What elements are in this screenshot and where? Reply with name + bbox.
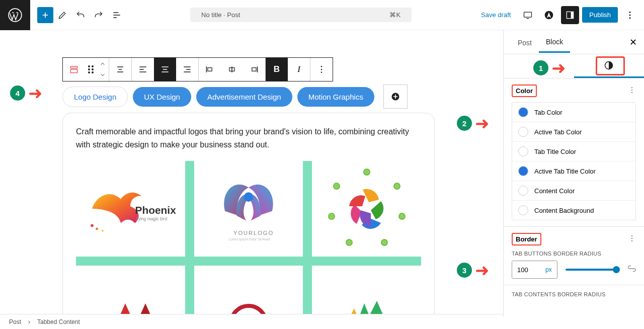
svg-point-37 [631, 92, 632, 93]
save-draft-button[interactable]: Save draft [476, 8, 516, 22]
italic-icon[interactable]: I [288, 58, 310, 81]
block-toolbar: B I [62, 57, 333, 81]
logo-grid: Phoenix flying magic bird [76, 161, 421, 317]
border-radius-slider[interactable] [566, 269, 620, 271]
tab-motion-graphics[interactable]: Motion Graphics [297, 87, 374, 107]
svg-point-35 [631, 87, 632, 88]
border-radius-input[interactable]: px [512, 261, 557, 279]
svg-point-40 [631, 240, 632, 241]
more-block-options-icon[interactable] [310, 58, 333, 81]
edit-tool-icon[interactable] [53, 6, 71, 24]
logo-image-5 [194, 266, 303, 317]
justify-left-icon[interactable] [199, 58, 221, 81]
breadcrumb-post[interactable]: Post [9, 318, 21, 325]
bold-icon[interactable]: B [266, 58, 288, 81]
border-section-menu-icon[interactable] [628, 234, 636, 244]
block-settings-subtabs [504, 54, 644, 78]
color-active-tab-title-color[interactable]: Active Tab Title Color [512, 161, 635, 181]
svg-point-36 [631, 90, 632, 91]
svg-point-6 [629, 14, 631, 16]
editor-canvas: B I Logo Design UX Design Advertisement … [0, 30, 503, 317]
logo-image-2: YOURLOGO Lorem Ipsum Dolor Sit Amet [194, 161, 303, 257]
svg-rect-33 [535, 66, 542, 70]
link-sides-icon[interactable] [628, 265, 636, 275]
redo-icon[interactable] [90, 6, 108, 24]
undo-icon[interactable] [71, 6, 90, 24]
document-title-bar[interactable]: No title · Post ⌘K [126, 8, 476, 22]
tab-advertisement-design[interactable]: Advertisement Design [196, 87, 292, 107]
breadcrumb-tabbed-content[interactable]: Tabbed Content [37, 318, 80, 325]
publish-button[interactable]: Publish [582, 7, 618, 23]
svg-point-38 [631, 235, 632, 236]
align-right-icon[interactable] [176, 58, 198, 81]
breadcrumb: Post › Tabbed Content [0, 314, 503, 329]
top-toolbar: No title · Post ⌘K Save draft Publish [0, 0, 644, 30]
chevron-right-icon: › [28, 318, 30, 325]
svg-rect-10 [208, 68, 212, 71]
logo-image-1: Phoenix flying magic bird [76, 161, 185, 257]
svg-point-39 [631, 238, 632, 239]
border-radius-label: TAB BUTTONS BORDER RADIUS [512, 251, 636, 257]
settings-sidebar: Post Block ✕ Color Tab Color Active Tab … [503, 30, 644, 317]
svg-text:Lorem Ipsum Dolor Sit Amet: Lorem Ipsum Dolor Sit Amet [229, 237, 270, 241]
border-radius-value[interactable] [512, 261, 540, 278]
astra-icon[interactable] [540, 6, 558, 24]
document-title: No title · Post [201, 11, 240, 19]
block-type-icon[interactable] [63, 58, 85, 81]
tab-content-panel[interactable]: Craft memorable and impactful logos that… [62, 113, 435, 317]
svg-point-5 [629, 11, 631, 13]
tab-ux-design[interactable]: UX Design [133, 87, 191, 107]
border-content-radius-label: TAB CONTENTS BORDER RADIUS [512, 291, 636, 297]
svg-point-29 [346, 239, 352, 245]
color-active-tab-color[interactable]: Active Tab Color [512, 122, 635, 142]
subtab-styles-icon[interactable] [574, 54, 645, 78]
svg-point-22 [244, 192, 254, 202]
wordpress-logo[interactable] [0, 0, 30, 30]
sidebar-tab-block[interactable]: Block [539, 31, 570, 53]
move-up-down[interactable] [97, 58, 109, 81]
subtab-general-icon[interactable] [504, 54, 574, 78]
svg-text:flying magic bird: flying magic bird [136, 216, 168, 221]
svg-rect-4 [571, 12, 574, 18]
preview-icon[interactable] [519, 6, 537, 24]
align-center-icon[interactable] [154, 58, 176, 81]
close-sidebar-icon[interactable]: ✕ [629, 37, 637, 48]
keyboard-shortcut: ⌘K [389, 11, 400, 19]
section-title-color: Color [512, 85, 537, 97]
border-radius-unit[interactable]: px [540, 261, 557, 278]
svg-point-18 [96, 228, 98, 230]
add-block-button[interactable] [37, 7, 53, 23]
svg-point-27 [399, 213, 405, 219]
svg-rect-1 [524, 12, 532, 17]
color-content-background[interactable]: Content Background [512, 201, 635, 220]
tab-description: Craft memorable and impactful logos that… [76, 125, 421, 151]
justify-center-icon[interactable] [221, 58, 243, 81]
svg-point-7 [629, 17, 631, 19]
align-left-icon[interactable] [132, 58, 154, 81]
svg-rect-32 [535, 63, 542, 65]
color-tab-title-color[interactable]: Tab Title Color [512, 142, 635, 161]
color-tab-color[interactable]: Tab Color [512, 103, 635, 122]
svg-rect-9 [70, 69, 77, 73]
settings-sidebar-toggle[interactable] [561, 6, 579, 24]
svg-point-13 [321, 66, 323, 67]
svg-point-31 [334, 183, 340, 189]
svg-point-17 [91, 224, 94, 227]
svg-point-15 [321, 72, 323, 73]
drag-handle[interactable] [85, 58, 97, 81]
svg-text:Phoenix: Phoenix [135, 204, 177, 216]
svg-text:YOURLOGO: YOURLOGO [233, 230, 274, 236]
color-section-menu-icon[interactable] [628, 86, 636, 96]
sidebar-tab-post[interactable]: Post [511, 32, 539, 52]
add-tab-button[interactable] [383, 85, 408, 109]
align-icon[interactable] [109, 58, 131, 81]
list-view-icon[interactable] [108, 6, 126, 24]
svg-rect-12 [252, 68, 256, 71]
justify-right-icon[interactable] [243, 58, 265, 81]
svg-point-25 [364, 169, 370, 175]
color-options-list: Tab Color Active Tab Color Tab Title Col… [512, 102, 636, 220]
svg-point-28 [381, 239, 387, 245]
more-options-icon[interactable] [621, 6, 639, 24]
color-content-color[interactable]: Content Color [512, 181, 635, 201]
tab-logo-design[interactable]: Logo Design [62, 87, 128, 107]
